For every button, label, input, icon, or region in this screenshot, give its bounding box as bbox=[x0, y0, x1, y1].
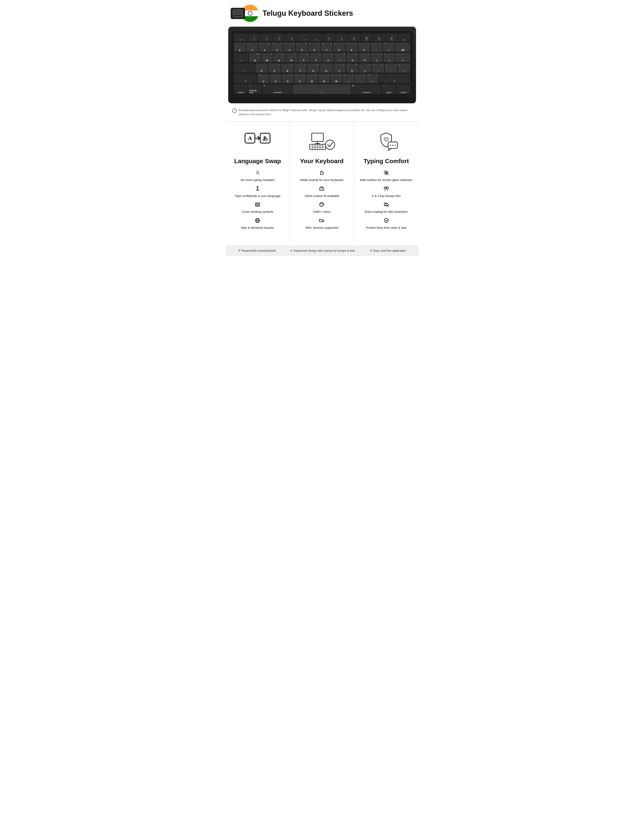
key-minus[interactable]: —- bbox=[371, 42, 382, 52]
bottom-text-2: Easy, tool-free application bbox=[373, 249, 406, 252]
key-r[interactable]: ఊRూ bbox=[286, 53, 297, 63]
keyboard-icon bbox=[231, 8, 245, 19]
key-f6[interactable]: F6 bbox=[311, 34, 323, 42]
fj-bumps-text: F & J key bumps thin bbox=[372, 194, 401, 198]
key-enter[interactable]: ↵ bbox=[395, 53, 410, 63]
key-g[interactable]: ఉGు bbox=[307, 63, 319, 73]
key-i[interactable]: ఘIహ bbox=[335, 53, 346, 63]
key-command-left[interactable]: ⌘command bbox=[263, 84, 292, 94]
key-control-right[interactable]: ^control bbox=[396, 84, 410, 94]
key-backtick[interactable]: ±§ bbox=[234, 42, 246, 52]
key-8[interactable]: *8౮ bbox=[333, 42, 345, 52]
key-f2[interactable]: ☀F2 bbox=[261, 34, 273, 42]
key-command-right[interactable]: ⌘command bbox=[352, 84, 381, 94]
key-3[interactable]: #3₹౩ bbox=[271, 42, 283, 52]
key-m[interactable]: సMస bbox=[330, 74, 342, 84]
key-comma[interactable]: <,ఋ bbox=[343, 74, 354, 84]
key-4[interactable]: $4౪ bbox=[283, 42, 295, 52]
key-h[interactable]: ఫH bbox=[320, 63, 332, 73]
key-f5[interactable]: F5 bbox=[298, 34, 310, 42]
coating-text: Extra coating for skin protection bbox=[365, 210, 408, 214]
key-f9[interactable]: ⏭F9 bbox=[348, 34, 360, 42]
key-d[interactable]: అD bbox=[281, 63, 294, 73]
key-f4[interactable]: ⊞F4 bbox=[286, 34, 298, 42]
key-f[interactable]: ఇFి bbox=[294, 63, 306, 73]
key-f8[interactable]: ⏸F8 bbox=[336, 34, 348, 42]
key-k[interactable]: ఖK bbox=[346, 63, 358, 73]
devices-icon bbox=[319, 218, 324, 225]
language-swap-icon: A あ bbox=[244, 131, 271, 152]
feature-item-type-confidently: Type confidently in your language bbox=[235, 186, 280, 198]
key-f11[interactable]: 🔉F11 bbox=[373, 34, 385, 42]
feature-your-keyboard: Your Keyboard Made exactly for your keyb… bbox=[290, 122, 354, 241]
key-semicolon[interactable]: :;చ bbox=[372, 63, 384, 73]
your-keyboard-title: Your Keyboard bbox=[300, 158, 344, 164]
key-capslock[interactable]: ⇪ bbox=[234, 63, 255, 73]
made-exactly-text: Made exactly for your keyboard bbox=[300, 178, 343, 182]
key-equals[interactable]: +=బూ bbox=[383, 42, 395, 52]
key-p[interactable]: థP bbox=[359, 53, 371, 63]
svg-point-39 bbox=[320, 204, 321, 204]
key-quote[interactable]: "'ర bbox=[385, 63, 397, 73]
key-shift-left[interactable]: ⇧ bbox=[234, 74, 257, 84]
key-e[interactable]: ఆEా bbox=[273, 53, 285, 63]
key-x[interactable]: ఎX bbox=[270, 74, 281, 84]
key-s[interactable]: ఏSే bbox=[269, 63, 281, 73]
key-q[interactable]: జ్ఞాQ bbox=[249, 53, 261, 63]
key-f7[interactable]: ⏮F7 bbox=[323, 34, 335, 42]
key-0[interactable]: )0౦ bbox=[358, 42, 370, 52]
key-o[interactable]: ఓO bbox=[347, 53, 358, 63]
svg-point-35 bbox=[325, 140, 335, 150]
key-c[interactable]: ⚙C bbox=[282, 74, 293, 84]
key-f1[interactable]: ☀F1 bbox=[248, 34, 260, 42]
devices-text: 500+ devices supported bbox=[306, 226, 338, 230]
svg-rect-1 bbox=[234, 11, 235, 12]
key-bracket-r[interactable]: }]జ bbox=[383, 53, 395, 63]
type-confidently-text: Type confidently in your language bbox=[235, 194, 280, 198]
key-tab[interactable]: ⇥ bbox=[234, 53, 249, 63]
key-2[interactable]: @2౨ bbox=[259, 42, 271, 52]
svg-text:A: A bbox=[257, 204, 258, 206]
key-5[interactable]: %5౫ bbox=[296, 42, 308, 52]
key-bracket-l[interactable]: {[ఢ bbox=[371, 53, 383, 63]
key-space[interactable]: k keynects bbox=[293, 84, 351, 94]
key-l[interactable]: థL bbox=[359, 63, 371, 73]
key-esc[interactable]: esc bbox=[234, 34, 248, 42]
key-option-right[interactable]: ⌥option bbox=[382, 84, 396, 94]
key-f12[interactable]: 🔊F12 bbox=[386, 34, 398, 42]
key-slash[interactable]: ?/య bbox=[367, 74, 378, 84]
key-9[interactable]: (9౯ bbox=[346, 42, 358, 52]
protect-text: Protect keys from wear & tear bbox=[366, 226, 406, 230]
key-period[interactable]: >. bbox=[355, 74, 366, 84]
key-y[interactable]: భY bbox=[310, 53, 322, 63]
key-eject[interactable]: ⏏ bbox=[398, 34, 410, 42]
key-backspace[interactable]: ⌫ bbox=[395, 42, 410, 52]
key-f3[interactable]: ⊞F3 bbox=[273, 34, 285, 42]
key-backslash[interactable]: |\ట bbox=[398, 63, 410, 73]
key-u[interactable]: జU bbox=[322, 53, 334, 63]
key-option-left[interactable]: ⌥language-swap bbox=[248, 84, 262, 94]
key-w[interactable]: వుW bbox=[261, 53, 273, 63]
key-j[interactable]: ఙJర bbox=[333, 63, 345, 73]
checkmark-2: ✓ bbox=[370, 249, 372, 252]
key-v[interactable]: జాVన bbox=[294, 74, 306, 84]
svg-rect-4 bbox=[239, 11, 241, 12]
checkmark-1: ✓ bbox=[290, 249, 293, 252]
language-swap-icon-area: A あ bbox=[244, 130, 271, 153]
key-z[interactable]: ~Zఅ bbox=[258, 74, 269, 84]
svg-point-41 bbox=[322, 204, 323, 205]
key-n[interactable]: శNల bbox=[319, 74, 330, 84]
key-7[interactable]: &7౭ bbox=[321, 42, 333, 52]
key-a[interactable]: ఓA bbox=[255, 63, 267, 73]
key-control-left[interactable]: ^control bbox=[234, 84, 248, 94]
svg-text:あ: あ bbox=[262, 135, 268, 141]
key-t[interactable]: ఉTు bbox=[298, 53, 310, 63]
key-6[interactable]: ^6౬ bbox=[308, 42, 320, 52]
key-1[interactable]: !1౧ bbox=[246, 42, 258, 52]
key-f10[interactable]: 🔇F10 bbox=[361, 34, 373, 42]
svg-rect-3 bbox=[238, 11, 239, 12]
windows-icon bbox=[255, 218, 260, 225]
svg-rect-59 bbox=[387, 187, 388, 189]
key-b[interactable]: బB bbox=[306, 74, 318, 84]
key-shift-right[interactable]: ⇧ bbox=[379, 74, 410, 84]
